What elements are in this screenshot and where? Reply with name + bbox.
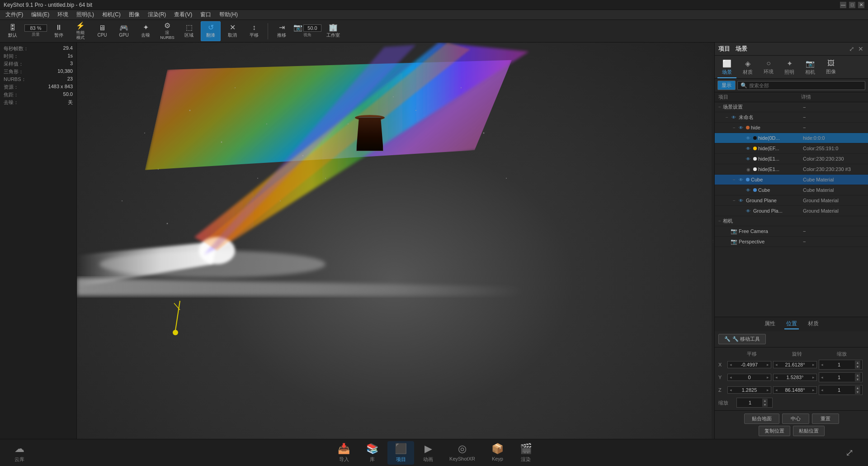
- tree-expand-0[interactable]: −: [717, 105, 723, 109]
- y-translate-left-arrow[interactable]: ◂: [730, 375, 732, 380]
- menu-camera[interactable]: 相机(C): [99, 10, 124, 19]
- tab-scene[interactable]: ⬜ 场景: [717, 57, 736, 78]
- prop-tab-position[interactable]: 位置: [784, 319, 799, 329]
- tree-expand-unnamed[interactable]: −: [724, 115, 730, 120]
- tree-expand-hide[interactable]: −: [731, 125, 737, 130]
- z-scale-up[interactable]: ▲: [855, 386, 860, 390]
- y-scale-down[interactable]: ▼: [855, 377, 860, 381]
- focal-input[interactable]: [303, 24, 321, 32]
- menu-window[interactable]: 窗口: [197, 10, 215, 19]
- taskbar-import[interactable]: 📥 导入: [330, 441, 357, 465]
- x-translate-input[interactable]: [733, 362, 766, 367]
- expand-viewport-button[interactable]: ⤢: [838, 445, 861, 461]
- taskbar-project[interactable]: ⬛ 项目: [387, 441, 414, 465]
- x-scale-left-arrow[interactable]: ◂: [821, 362, 823, 367]
- y-scale-input[interactable]: [824, 375, 854, 380]
- z-scale-input[interactable]: [824, 387, 854, 393]
- move-button[interactable]: ↕ 平移: [244, 21, 264, 41]
- region-button[interactable]: ⬚ 区域: [179, 21, 199, 41]
- snap-ground-button[interactable]: 贴合地面: [744, 414, 779, 424]
- minimize-button[interactable]: —: [840, 2, 846, 8]
- menu-render[interactable]: 渲染(R): [144, 10, 170, 19]
- tree-hide-0d[interactable]: 👁 hide(0D... hide:0:0:0: [715, 133, 868, 143]
- tree-hide-group[interactable]: − 👁 hide −: [715, 123, 868, 133]
- eye-icon-cube-sub[interactable]: 👁: [745, 186, 752, 194]
- tree-unnamed[interactable]: − 👁 未命名 −: [715, 112, 868, 123]
- taskbar-library[interactable]: 📚 库: [359, 441, 386, 465]
- eye-icon-hide[interactable]: 👁: [737, 124, 745, 131]
- viewport[interactable]: [77, 43, 712, 439]
- x-translate-left-arrow[interactable]: ◂: [730, 362, 732, 367]
- eye-closed-icon-e1b[interactable]: ◉: [745, 166, 752, 173]
- x-scale-input[interactable]: [824, 362, 854, 367]
- eye-icon-cube[interactable]: 👁: [737, 176, 745, 183]
- x-rotate-right-arrow[interactable]: ▸: [812, 362, 815, 367]
- tab-image[interactable]: 🖼 图像: [821, 57, 840, 78]
- gpu-button[interactable]: 🎮 GPU: [114, 21, 134, 41]
- quality-input[interactable]: [24, 24, 47, 32]
- copy-position-button[interactable]: 复制位置: [759, 426, 790, 436]
- panel-close-icon[interactable]: ✕: [857, 44, 864, 53]
- workarea-button[interactable]: ⚡ 性能模式: [71, 21, 90, 41]
- render-button[interactable]: ↺ 翻漆: [201, 21, 221, 41]
- menu-file[interactable]: 文件(F): [2, 10, 27, 19]
- tree-ground-sub[interactable]: 👁 Ground Pla... Ground Material: [715, 206, 868, 216]
- menu-edit[interactable]: 编辑(E): [28, 10, 53, 19]
- scale-input[interactable]: [739, 400, 761, 405]
- eye-icon-unnamed[interactable]: 👁: [730, 114, 737, 121]
- x-rotate-input[interactable]: [778, 362, 811, 367]
- tree-hide-ef[interactable]: 👁 hide(EF... Color:255:191:0: [715, 143, 868, 154]
- eye-icon-gs[interactable]: 👁: [745, 207, 752, 214]
- nurbs-button[interactable]: ⚙ 渲NURBS: [157, 21, 177, 41]
- y-scale-left-arrow[interactable]: ◂: [821, 375, 823, 380]
- taskbar-animation[interactable]: ▶ 动画: [416, 441, 440, 465]
- tree-free-camera[interactable]: 📷 Free Camera −: [715, 226, 868, 237]
- tab-environment[interactable]: ○ 环境: [759, 57, 778, 78]
- tree-perspective[interactable]: 📷 Perspective −: [715, 237, 868, 247]
- taskbar-cloud[interactable]: ☁ 云库: [7, 441, 32, 465]
- workspace-button[interactable]: 🏢 工作室: [323, 21, 343, 41]
- tree-hide-e1b[interactable]: ◉ hide(E1... Color:230:230:230 #3: [715, 164, 868, 175]
- tab-camera[interactable]: 📷 相机: [801, 57, 820, 78]
- eye-icon-0d[interactable]: 👁: [745, 134, 752, 142]
- tree-expand-gp[interactable]: −: [731, 198, 737, 203]
- tree-scene-settings[interactable]: − 场景设置 −: [715, 102, 868, 112]
- taskbar-keyp[interactable]: 📦 Keyp: [484, 441, 511, 465]
- z-rotate-right-arrow[interactable]: ▸: [812, 388, 815, 392]
- z-rotate-left-arrow[interactable]: ◂: [775, 388, 778, 392]
- reset-button[interactable]: 重置: [812, 414, 839, 424]
- menu-image[interactable]: 图像: [125, 10, 143, 19]
- tree-expand-cube[interactable]: −: [731, 177, 737, 182]
- cpu-button[interactable]: 🖥 CPU: [92, 21, 112, 41]
- prop-tab-material[interactable]: 材质: [806, 319, 821, 329]
- z-translate-left-arrow[interactable]: ◂: [730, 388, 732, 392]
- scale-down[interactable]: ▼: [762, 403, 768, 407]
- y-rotate-input[interactable]: [778, 375, 811, 380]
- paste-position-button[interactable]: 粘贴位置: [793, 426, 825, 436]
- pause-button[interactable]: ⏸ 暂停: [49, 21, 69, 41]
- tree-ground-plane[interactable]: − 👁 Ground Plane Ground Material: [715, 195, 868, 206]
- panel-expand-icon[interactable]: ⤢: [848, 44, 855, 53]
- tree-cube[interactable]: − 👁 Cube Cube Material: [715, 175, 868, 185]
- z-scale-left-arrow[interactable]: ◂: [821, 388, 823, 392]
- tab-material[interactable]: ◈ 材质: [738, 57, 757, 78]
- tree-camera-section[interactable]: − 相机: [715, 216, 868, 226]
- move-tools-button[interactable]: 🔧 🔧 移动工具: [718, 334, 766, 344]
- scene-tree[interactable]: − 场景设置 − − 👁 未命名 − − 👁 hide −: [715, 102, 868, 317]
- tree-hide-e1a[interactable]: 👁 hide(E1... Color:230:230:230: [715, 154, 868, 164]
- menu-env[interactable]: 环境: [54, 10, 72, 19]
- y-translate-input[interactable]: [733, 375, 766, 380]
- push-button[interactable]: ⇥ 推移: [272, 21, 292, 41]
- preset-button[interactable]: 🎛 默认: [3, 21, 23, 41]
- z-scale-down[interactable]: ▼: [855, 390, 860, 394]
- cancel-button[interactable]: ✕ 取消: [222, 21, 242, 41]
- eye-icon-e1a[interactable]: 👁: [745, 155, 752, 162]
- eye-icon-gp[interactable]: 👁: [737, 197, 745, 204]
- menu-lighting[interactable]: 照明(L): [73, 10, 98, 19]
- maximize-button[interactable]: □: [849, 2, 855, 8]
- z-rotate-input[interactable]: [778, 387, 811, 393]
- taskbar-keyshot-xr[interactable]: ◎ KeyShotXR: [442, 441, 482, 465]
- menu-view[interactable]: 查看(V): [170, 10, 196, 19]
- x-rotate-left-arrow[interactable]: ◂: [775, 362, 778, 367]
- search-input[interactable]: [749, 83, 862, 88]
